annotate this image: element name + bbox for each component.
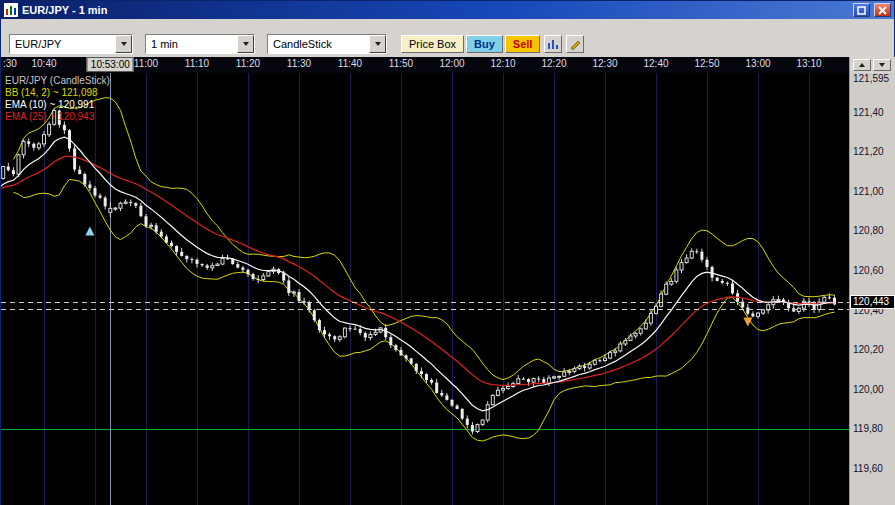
price-axis-label: 119,80 (853, 423, 883, 434)
triangle-up-icon (859, 63, 865, 67)
selected-time-box: 10:53:00 (87, 57, 134, 72)
price-axis-label: 121,00 (853, 186, 884, 197)
window-title: EUR/JPY - 1 min (22, 4, 107, 16)
scroll-up-button[interactable] (853, 59, 871, 71)
chart-window: EUR/JPY - 1 min EUR/JPY 1 min CandleStic (0, 0, 895, 505)
interval-select[interactable]: 1 min (145, 34, 255, 54)
chevron-down-icon[interactable] (115, 35, 132, 53)
draw-tool-button[interactable] (566, 35, 584, 53)
price-axis-label: 120,80 (853, 225, 884, 236)
time-axis-label: 12:10 (490, 58, 515, 69)
maximize-icon (857, 6, 866, 15)
candlestick-chart (1, 73, 849, 505)
pencil-icon (569, 38, 581, 50)
time-axis-label: :30 (3, 58, 17, 69)
time-axis-label: 13:10 (796, 58, 821, 69)
scroll-down-button[interactable] (873, 59, 891, 71)
time-axis-label: 11:50 (389, 58, 413, 69)
maximize-button[interactable] (853, 3, 870, 17)
time-axis-label: 12:40 (643, 58, 668, 69)
close-button[interactable] (874, 3, 891, 17)
chevron-down-icon[interactable] (369, 35, 386, 53)
chart-type-select[interactable]: CandleStick (267, 34, 387, 54)
toolbar-row: EUR/JPY 1 min CandleStick Price Box Buy … (9, 34, 890, 54)
price-axis-label: 121,595 (853, 73, 889, 84)
interval-select-value: 1 min (146, 35, 237, 53)
price-axis-label: 119,60 (853, 463, 883, 474)
price-box-button[interactable]: Price Box (401, 35, 464, 53)
time-axis-label: 12:20 (541, 58, 566, 69)
close-icon (878, 6, 887, 15)
price-axis-label: 120,20 (853, 344, 884, 355)
symbol-select-value: EUR/JPY (10, 35, 115, 53)
time-axis-label: 12:50 (694, 58, 719, 69)
triangle-down-icon (121, 42, 127, 46)
app-icon (4, 3, 18, 17)
time-axis-label: 11:20 (236, 58, 260, 69)
price-axis-label: 120,00 (853, 384, 884, 395)
current-price-box: 120,443 (850, 295, 895, 309)
chart-style-button[interactable] (544, 35, 562, 53)
triangle-down-icon (375, 42, 381, 46)
axis-corner (849, 57, 895, 73)
price-axis-label: 121,20 (853, 146, 884, 157)
time-axis-label: 13:00 (745, 58, 770, 69)
buy-button[interactable]: Buy (466, 35, 503, 53)
time-axis-label: 10:40 (31, 58, 56, 69)
time-axis-label: 12:00 (439, 58, 464, 69)
chart-plot[interactable]: EUR/JPY (CandleStick) BB (14, 2) ~ 121,0… (1, 73, 849, 505)
chevron-down-icon[interactable] (237, 35, 254, 53)
triangle-down-icon (879, 63, 885, 67)
time-axis[interactable]: :3010:4011:0011:1011:2011:3011:4011:5012… (1, 57, 849, 73)
symbol-select[interactable]: EUR/JPY (9, 34, 133, 54)
titlebar[interactable]: EUR/JPY - 1 min (1, 1, 894, 19)
time-axis-label: 11:00 (134, 58, 158, 69)
sell-button[interactable]: Sell (505, 35, 541, 53)
time-axis-label: 11:40 (338, 58, 362, 69)
time-axis-label: 11:10 (185, 58, 209, 69)
bar-chart-icon (547, 38, 559, 50)
triangle-down-icon (243, 42, 249, 46)
chart-type-select-value: CandleStick (268, 35, 369, 53)
price-axis[interactable]: 121,595121,40121,20121,00120,80120,60120… (849, 73, 895, 505)
time-axis-label: 11:30 (287, 58, 311, 69)
price-axis-label: 120,60 (853, 265, 884, 276)
toolbar: EUR/JPY 1 min CandleStick Price Box Buy … (1, 19, 894, 57)
time-axis-label: 12:30 (592, 58, 617, 69)
price-axis-label: 121,40 (853, 107, 884, 118)
